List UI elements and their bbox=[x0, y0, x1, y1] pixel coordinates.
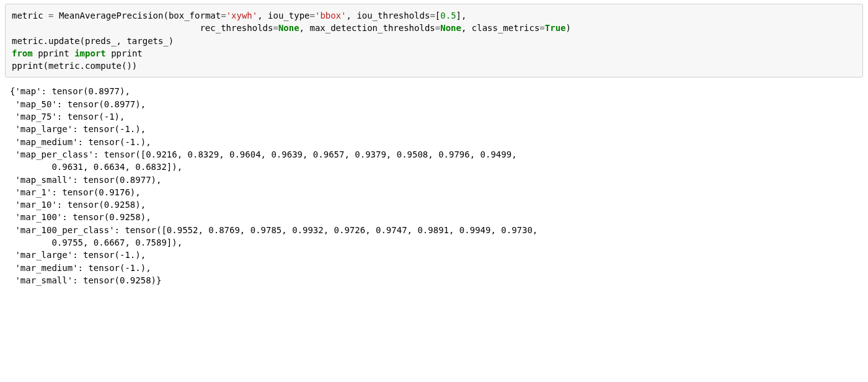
output-line: 'mar_100_per_class': tensor([0.9552, 0.8… bbox=[10, 225, 538, 235]
code-token: = bbox=[310, 11, 315, 20]
code-token: , bbox=[461, 11, 466, 20]
output-line: 'map_medium': tensor(-1.), bbox=[10, 137, 151, 147]
code-token: import bbox=[74, 48, 106, 58]
code-token: ) bbox=[566, 23, 571, 33]
code-token: = bbox=[430, 11, 435, 20]
output-line: 'map_75': tensor(-1), bbox=[10, 112, 125, 122]
code-token: iou_thresholds bbox=[356, 11, 430, 20]
output-line: 0.9755, 0.6667, 0.7589]), bbox=[10, 238, 182, 247]
code-token: , bbox=[461, 23, 472, 33]
code-token: = bbox=[221, 11, 226, 20]
code-token bbox=[69, 48, 74, 58]
output-line: 'mar_1': tensor(0.9176), bbox=[10, 187, 141, 197]
code-token: ( bbox=[163, 11, 168, 20]
code-token: , bbox=[347, 11, 357, 20]
code-token: max_detection_thresholds bbox=[309, 23, 435, 33]
code-token: True bbox=[545, 23, 566, 33]
output-line: 'map_50': tensor(0.8977), bbox=[10, 99, 146, 109]
code-token: metric bbox=[12, 11, 48, 20]
code-token: iou_type bbox=[268, 11, 309, 20]
code-token bbox=[12, 23, 200, 33]
code-token: = bbox=[273, 23, 278, 33]
output-line: {'map': tensor(0.8977), bbox=[10, 86, 130, 96]
output-line: 'mar_large': tensor(-1.), bbox=[10, 250, 146, 260]
code-token: from bbox=[12, 48, 33, 58]
output-line: 'mar_small': tensor(0.9258)} bbox=[10, 275, 161, 285]
output-line: 'mar_100': tensor(0.9258), bbox=[10, 212, 151, 222]
output-line: 'map_large': tensor(-1.), bbox=[10, 124, 146, 134]
code-token bbox=[106, 48, 111, 58]
code-token: None bbox=[440, 23, 461, 33]
output-line: 'mar_10': tensor(0.9258), bbox=[10, 200, 146, 210]
code-token: class_metrics bbox=[472, 23, 540, 33]
code-token: ] bbox=[456, 11, 461, 20]
code-token: , bbox=[257, 11, 268, 20]
code-token: pprint bbox=[38, 48, 69, 58]
code-token bbox=[33, 48, 38, 58]
code-token: MeanAveragePrecision bbox=[53, 11, 163, 20]
code-output-cell: {'map': tensor(0.8977), 'map_50': tensor… bbox=[5, 78, 863, 286]
output-line: 'map_per_class': tensor([0.9216, 0.8329,… bbox=[10, 149, 517, 159]
code-input-cell[interactable]: metric = MeanAveragePrecision(box_format… bbox=[5, 4, 863, 78]
code-line: metric.update(preds_, targets_) bbox=[12, 36, 174, 46]
code-token: = bbox=[539, 23, 544, 33]
output-line: 'map_small': tensor(0.8977), bbox=[10, 175, 161, 185]
notebook-cell-group: metric = MeanAveragePrecision(box_format… bbox=[0, 0, 868, 294]
code-token: 'xywh' bbox=[226, 11, 258, 20]
code-token: = bbox=[435, 23, 440, 33]
code-token: 0.5 bbox=[440, 11, 456, 20]
output-line: 0.9631, 0.6634, 0.6832]), bbox=[10, 162, 182, 172]
code-token: box_format bbox=[169, 11, 221, 20]
code-token: 'bbox' bbox=[315, 11, 347, 20]
output-line: 'mar_medium': tensor(-1.), bbox=[10, 263, 151, 273]
code-token: rec_thresholds bbox=[200, 23, 273, 33]
code-line: pprint(metric.compute()) bbox=[12, 61, 137, 71]
code-token: pprint bbox=[111, 48, 143, 58]
code-token: None bbox=[278, 23, 299, 33]
code-token: , bbox=[299, 23, 310, 33]
